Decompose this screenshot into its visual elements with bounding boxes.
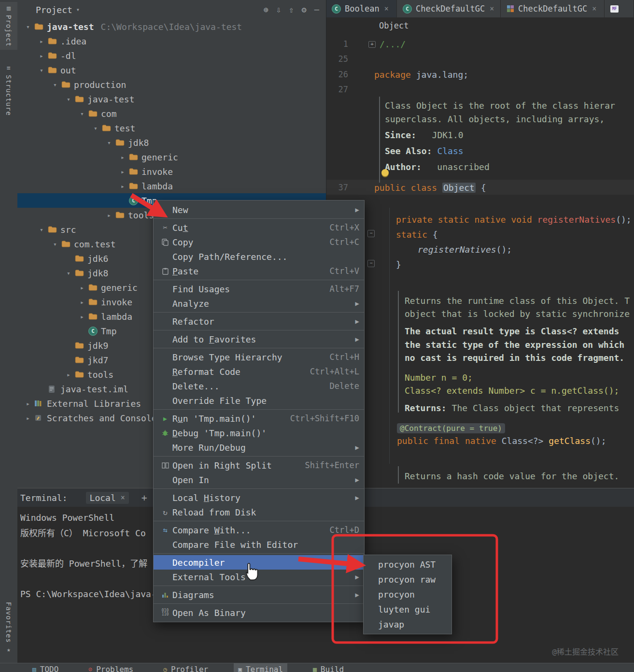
menu-item-override-file-type[interactable]: Override File Type bbox=[154, 393, 364, 408]
menu-item-decompiler[interactable]: Decompiler▶ bbox=[154, 555, 364, 570]
chevron-down-icon[interactable]: ▾ bbox=[76, 110, 88, 117]
chevron-down-icon[interactable]: ▾ bbox=[49, 81, 61, 88]
menu-item-run-tmp-main[interactable]: ▶Run 'Tmp.main()'Ctrl+Shift+F10 bbox=[154, 411, 364, 426]
chevron-right-icon[interactable]: ▸ bbox=[35, 38, 48, 45]
statusbar-item-build[interactable]: ▦Build bbox=[309, 663, 348, 672]
close-icon[interactable]: × bbox=[592, 4, 596, 13]
statusbar-item-problems[interactable]: ⊘Problems bbox=[84, 663, 138, 672]
chevron-right-icon[interactable]: ▸ bbox=[35, 52, 48, 59]
chevron-down-icon[interactable]: ▾ bbox=[62, 96, 75, 103]
close-icon[interactable]: × bbox=[490, 4, 494, 13]
settings-gear-icon[interactable]: ⚙ bbox=[302, 5, 307, 14]
tree-item-dl[interactable]: ▸-dl bbox=[17, 48, 326, 63]
new-terminal-button[interactable]: + bbox=[141, 492, 147, 503]
menu-item-local-history[interactable]: Local History▶ bbox=[154, 490, 364, 505]
menu-item-open-in[interactable]: Open In▶ bbox=[154, 472, 364, 487]
tree-item-lambda[interactable]: ▸lambda bbox=[17, 179, 326, 193]
folder-icon bbox=[48, 226, 59, 233]
menu-item-debug-tmp-main[interactable]: Debug 'Tmp.main()' bbox=[154, 426, 364, 440]
chevron-right-icon[interactable]: ▸ bbox=[103, 212, 115, 219]
fold-marker-icon[interactable]: − bbox=[367, 230, 375, 237]
tree-item-jdk8[interactable]: ▾jdk8 bbox=[17, 135, 326, 150]
menu-item-reformat-code[interactable]: Reformat CodeCtrl+Alt+L bbox=[154, 364, 364, 379]
tree-item-label: .idea bbox=[60, 36, 86, 46]
chevron-down-icon[interactable]: ▾ bbox=[49, 241, 61, 248]
project-panel-title[interactable]: Project bbox=[36, 5, 72, 15]
locate-icon[interactable]: ⊕ bbox=[264, 5, 268, 14]
menu-item-copy-path-reference[interactable]: Copy Path/Reference... bbox=[154, 249, 364, 264]
intention-bulb-icon[interactable] bbox=[381, 169, 389, 176]
terminal-tab-local[interactable]: Local × bbox=[86, 492, 129, 504]
submenu-item-javap[interactable]: javap bbox=[364, 617, 451, 632]
menu-item-paste[interactable]: PasteCtrl+V bbox=[154, 264, 364, 278]
menu-item-reload-from-disk[interactable]: ↻Reload from Disk bbox=[154, 505, 364, 519]
chevron-down-icon[interactable]: ▾ bbox=[35, 67, 48, 74]
tree-item-com[interactable]: ▾com bbox=[17, 106, 326, 121]
menu-item-diagrams[interactable]: Diagrams▶ bbox=[154, 587, 364, 602]
stripe-favorites-button[interactable]: Favorites ★ bbox=[0, 599, 17, 656]
menu-item-refactor[interactable]: Refactor▶ bbox=[154, 314, 364, 329]
tree-item-production[interactable]: ▾production bbox=[17, 77, 326, 92]
chevron-right-icon[interactable]: ▸ bbox=[22, 415, 34, 422]
menu-item-label: Browse Type Hierarchy bbox=[172, 352, 282, 362]
close-icon[interactable]: × bbox=[121, 493, 125, 502]
editor-tab-boolean[interactable]: CBoolean× bbox=[326, 0, 397, 17]
menu-item-cut[interactable]: ✂CutCtrl+X bbox=[154, 220, 364, 235]
menu-shortcut: Ctrl+V bbox=[330, 266, 359, 276]
chevron-down-icon[interactable]: ▾ bbox=[89, 125, 102, 132]
chevron-down-icon[interactable]: ▾ bbox=[22, 23, 34, 30]
collapse-all-icon[interactable]: ⇧ bbox=[289, 5, 294, 14]
chevron-right-icon[interactable]: ▸ bbox=[22, 400, 34, 407]
expand-all-icon[interactable]: ⇩ bbox=[276, 5, 281, 14]
chevron-down-icon[interactable]: ▾ bbox=[103, 139, 115, 146]
submenu-item-procyon-raw[interactable]: procyon raw bbox=[364, 572, 451, 587]
chevron-down-icon[interactable]: ▾ bbox=[35, 226, 48, 233]
submenu-item-luyten-gui[interactable]: luyten gui bbox=[364, 602, 451, 617]
breadcrumb[interactable]: Object bbox=[326, 17, 634, 34]
tree-item-idea[interactable]: ▸.idea bbox=[17, 34, 326, 48]
menu-item-browse-type-hierarchy[interactable]: Browse Type HierarchyCtrl+H bbox=[154, 350, 364, 364]
editor-tab-checkdefaultgc[interactable]: CheckDefaultGC× bbox=[501, 0, 605, 17]
menu-item-more-run-debug[interactable]: More Run/Debug▶ bbox=[154, 440, 364, 455]
statusbar-label: Build bbox=[321, 663, 344, 672]
editor-tab-item[interactable]: MF bbox=[605, 0, 634, 17]
breadcrumb-item[interactable]: Object bbox=[379, 21, 409, 30]
chevron-right-icon[interactable]: ▸ bbox=[116, 183, 129, 190]
stripe-project-button[interactable]: ▥ Project bbox=[0, 2, 17, 50]
tree-item-java-test[interactable]: ▾java-test bbox=[17, 92, 326, 106]
menu-item-delete[interactable]: Delete...Delete bbox=[154, 379, 364, 393]
chevron-down-icon[interactable]: ▾ bbox=[62, 270, 75, 277]
stripe-structure-button[interactable]: ≡ Structure bbox=[0, 62, 17, 119]
menu-item-add-to-favorites[interactable]: Add to Favorites▶ bbox=[154, 332, 364, 346]
menu-item-find-usages[interactable]: Find UsagesAlt+F7 bbox=[154, 282, 364, 296]
menu-item-compare-file-with-editor[interactable]: Compare File with Editor bbox=[154, 537, 364, 552]
submenu-item-procyon[interactable]: procyon bbox=[364, 587, 451, 602]
tree-item-out[interactable]: ▾out bbox=[17, 63, 326, 77]
tree-item-test[interactable]: ▾test bbox=[17, 121, 326, 135]
fold-marker-icon[interactable]: − bbox=[367, 260, 375, 267]
editor-tab-checkdefaultgc[interactable]: CCheckDefaultGC× bbox=[397, 0, 501, 17]
tree-item-invoke[interactable]: ▸invoke bbox=[17, 164, 326, 179]
chevron-right-icon[interactable]: ▸ bbox=[76, 299, 88, 306]
hide-panel-icon[interactable]: — bbox=[314, 5, 319, 14]
statusbar-item-todo[interactable]: ▤TODO bbox=[28, 663, 63, 672]
chevron-right-icon[interactable]: ▸ bbox=[116, 168, 129, 175]
menu-item-open-in-right-split[interactable]: Open in Right SplitShift+Enter bbox=[154, 458, 364, 472]
close-icon[interactable]: × bbox=[384, 4, 389, 13]
menu-item-open-as-binary[interactable]: 010110Open As Binary bbox=[154, 605, 364, 620]
menu-item-copy[interactable]: CopyCtrl+C bbox=[154, 235, 364, 249]
chevron-right-icon[interactable]: ▸ bbox=[62, 371, 75, 378]
menu-item-new[interactable]: New▶ bbox=[154, 202, 364, 217]
menu-item-compare-with[interactable]: ⇆Compare With...Ctrl+D bbox=[154, 523, 364, 537]
menu-item-analyze[interactable]: Analyze▶ bbox=[154, 296, 364, 311]
tree-item-generic[interactable]: ▸generic bbox=[17, 150, 326, 164]
chevron-right-icon[interactable]: ▸ bbox=[76, 313, 88, 320]
chevron-right-icon[interactable]: ▸ bbox=[76, 284, 88, 291]
statusbar-item-terminal[interactable]: ▣Terminal bbox=[234, 663, 287, 672]
chevron-down-icon[interactable]: ▾ bbox=[76, 6, 80, 13]
submenu-item-procyon-ast[interactable]: procyon AST bbox=[364, 557, 451, 572]
menu-item-external-tools[interactable]: External Tools▶ bbox=[154, 570, 364, 584]
chevron-right-icon[interactable]: ▸ bbox=[116, 154, 129, 161]
tree-item-java-test[interactable]: ▾java-testC:\Workspace\Idea\java-test bbox=[17, 19, 326, 34]
statusbar-item-profiler[interactable]: ◷Profiler bbox=[159, 663, 212, 672]
